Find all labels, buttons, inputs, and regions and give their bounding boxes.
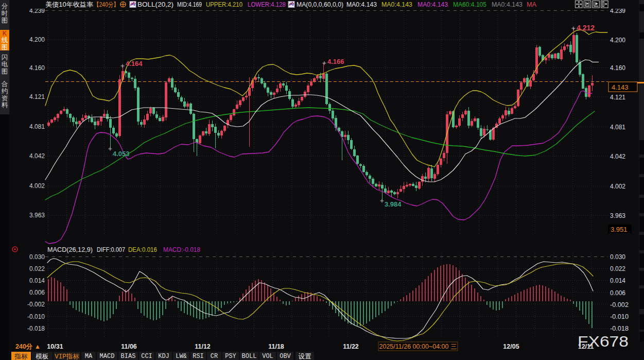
svg-text:DEA:0.016: DEA:0.016: [128, 246, 157, 253]
svg-text:4.002: 4.002: [29, 182, 45, 190]
svg-text:图: 图: [2, 68, 8, 75]
svg-text:4.081: 4.081: [29, 123, 45, 130]
svg-text:BOLL(20,2): BOLL(20,2): [137, 1, 173, 8]
svg-text:RSI: RSI: [193, 353, 204, 360]
svg-text:【240分】: 【240分】: [94, 1, 119, 8]
svg-text:4.160: 4.160: [29, 64, 45, 72]
svg-text:4.200: 4.200: [610, 37, 625, 44]
svg-text:4.212: 4.212: [577, 24, 595, 32]
svg-text:LW&: LW&: [176, 353, 187, 360]
svg-text:4.164: 4.164: [126, 60, 143, 67]
svg-text:3.951: 3.951: [611, 226, 628, 233]
svg-text:0.030: 0.030: [610, 253, 625, 261]
svg-text:4.200: 4.200: [29, 36, 45, 43]
svg-text:电: 电: [2, 61, 8, 68]
svg-text:MACD: MACD: [100, 353, 115, 360]
svg-text:3.963: 3.963: [29, 212, 45, 219]
svg-text:分: 分: [2, 3, 8, 10]
svg-text:MA0:4.143: MA0:4.143: [417, 1, 448, 8]
svg-text:4.121: 4.121: [610, 94, 625, 101]
svg-text:4.121: 4.121: [29, 93, 45, 100]
svg-text:11/12: 11/12: [195, 343, 211, 350]
svg-text:-0.018: -0.018: [610, 325, 629, 332]
svg-text:料: 料: [2, 101, 8, 109]
svg-text:PSY: PSY: [225, 353, 236, 360]
svg-text:4.160: 4.160: [610, 64, 625, 72]
svg-text:美债10年收益率: 美债10年收益率: [45, 1, 94, 8]
svg-text:4.042: 4.042: [29, 152, 45, 160]
svg-text:指标: 指标: [14, 353, 28, 360]
svg-text:约: 约: [2, 88, 8, 95]
svg-text:K: K: [3, 30, 7, 37]
svg-text:BIAS: BIAS: [121, 353, 136, 360]
svg-text:4.053: 4.053: [113, 150, 130, 158]
svg-text:MA: MA: [527, 1, 537, 8]
svg-text:OBV: OBV: [280, 353, 291, 360]
svg-text:-0.002: -0.002: [27, 301, 45, 308]
svg-text:合: 合: [1, 80, 8, 88]
svg-text:MA0:4.143: MA0:4.143: [492, 1, 523, 8]
svg-text:2025/11/26 00:00~04:00 三: 2025/11/26 00:00~04:00 三: [379, 343, 457, 350]
svg-text:KDJ: KDJ: [158, 353, 169, 360]
svg-text:CCI: CCI: [141, 353, 152, 360]
svg-text:11/18: 11/18: [268, 343, 284, 350]
svg-text:设置: 设置: [299, 353, 312, 360]
svg-text:FX678: FX678: [578, 333, 629, 350]
svg-text:DIFF:0.007: DIFF:0.007: [97, 246, 125, 253]
svg-text:3.984: 3.984: [385, 200, 402, 208]
svg-text:MA0:4.143: MA0:4.143: [346, 1, 377, 8]
svg-text:MACD:-0.018: MACD:-0.018: [163, 246, 200, 253]
svg-text:-0.010: -0.010: [610, 313, 629, 320]
svg-text:0.006: 0.006: [29, 289, 45, 296]
svg-text:-0.018: -0.018: [27, 325, 45, 332]
svg-text:模板: 模板: [36, 353, 49, 360]
svg-text:-0.010: -0.010: [27, 313, 45, 320]
svg-text:4.166: 4.166: [327, 58, 344, 65]
svg-text:时: 时: [2, 10, 8, 17]
svg-text:MA60:4.105: MA60:4.105: [453, 1, 486, 8]
svg-text:0.014: 0.014: [29, 277, 45, 284]
svg-text:0.006: 0.006: [610, 289, 625, 297]
svg-text:UPPER:4.210: UPPER:4.210: [206, 1, 242, 8]
svg-text:0.022: 0.022: [610, 265, 625, 272]
svg-text:闪: 闪: [2, 54, 8, 61]
svg-text:4.081: 4.081: [610, 124, 625, 131]
svg-text:0.030: 0.030: [29, 253, 45, 261]
svg-text:线: 线: [2, 37, 8, 44]
svg-text:MA(0,0,0,60,0,0): MA(0,0,0,60,0,0): [297, 1, 343, 8]
svg-text:4.002: 4.002: [610, 183, 625, 190]
svg-text:BOLL: BOLL: [242, 353, 257, 360]
svg-text:MA0:4.143: MA0:4.143: [381, 1, 412, 8]
svg-text:-0.002: -0.002: [610, 301, 629, 308]
svg-text:12/05: 12/05: [503, 343, 519, 350]
svg-text:MA: MA: [85, 353, 93, 360]
svg-text:图: 图: [2, 44, 8, 51]
svg-text:0.022: 0.022: [29, 265, 45, 272]
svg-text:11/22: 11/22: [343, 343, 359, 350]
svg-text:240分 ▲: 240分 ▲: [15, 343, 41, 350]
svg-text:图: 图: [2, 17, 8, 24]
svg-text:LOWER:4.128: LOWER:4.128: [248, 1, 286, 8]
svg-text:资: 资: [2, 95, 8, 102]
svg-text:11/06: 11/06: [121, 343, 137, 350]
svg-text:4.042: 4.042: [610, 153, 625, 160]
svg-text:MID:4.169: MID:4.169: [177, 1, 202, 8]
svg-text:VOL: VOL: [262, 353, 273, 360]
svg-text:3.963: 3.963: [610, 212, 625, 219]
svg-text:VIP指标: VIP指标: [55, 353, 79, 360]
svg-text:10/31: 10/31: [47, 343, 63, 350]
svg-text:4.143: 4.143: [612, 83, 629, 91]
svg-text:CR: CR: [211, 353, 218, 360]
svg-text:MACD(26,12,9): MACD(26,12,9): [47, 246, 93, 253]
svg-text:0.014: 0.014: [610, 277, 625, 284]
